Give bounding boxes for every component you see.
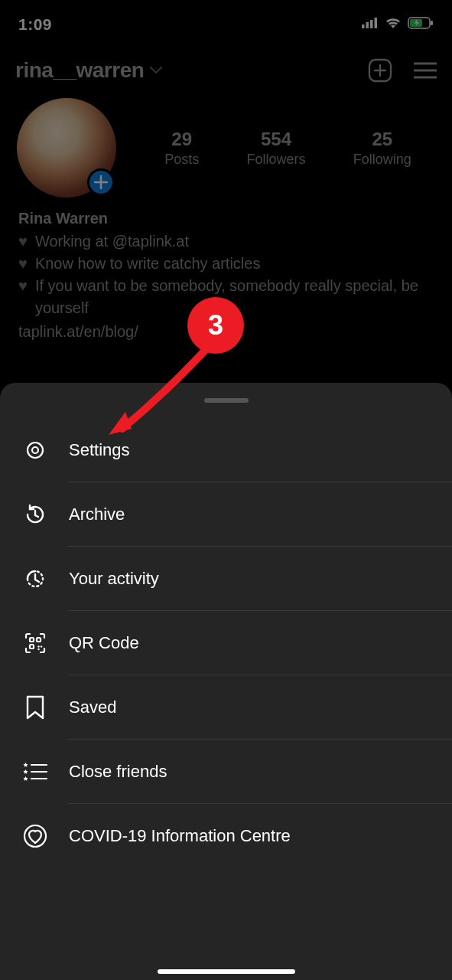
menu-item-activity[interactable]: Your activity bbox=[0, 547, 452, 611]
svg-rect-1 bbox=[366, 22, 369, 28]
followers-count: 554 bbox=[246, 129, 305, 150]
battery-icon bbox=[408, 17, 434, 32]
svg-rect-19 bbox=[30, 645, 34, 648]
username: rina__warren bbox=[15, 58, 144, 83]
stat-following[interactable]: 25 Following bbox=[353, 129, 411, 168]
cellular-icon bbox=[362, 18, 379, 31]
bio-line-2: ♥Know how to write catchy articles bbox=[18, 253, 434, 275]
svg-rect-17 bbox=[30, 638, 34, 642]
menu-bottom-sheet: Settings Archive Your activity QR Code S bbox=[0, 383, 452, 980]
covid-icon bbox=[21, 822, 49, 850]
menu-label: Archive bbox=[69, 505, 125, 524]
status-bar: 1:09 bbox=[0, 0, 452, 43]
menu-list: Settings Archive Your activity QR Code S bbox=[0, 418, 452, 868]
followers-label: Followers bbox=[246, 152, 305, 168]
archive-icon bbox=[21, 501, 49, 528]
following-count: 25 bbox=[353, 129, 411, 150]
svg-rect-3 bbox=[375, 18, 378, 28]
home-indicator[interactable] bbox=[158, 969, 295, 974]
avatar[interactable] bbox=[17, 98, 116, 198]
heart-icon: ♥ bbox=[18, 253, 28, 275]
saved-icon bbox=[21, 694, 49, 721]
activity-icon bbox=[21, 565, 49, 593]
add-story-button[interactable] bbox=[87, 168, 115, 196]
menu-label: Close friends bbox=[69, 762, 167, 782]
svg-point-21 bbox=[37, 648, 39, 650]
menu-label: Saved bbox=[69, 697, 116, 717]
qr-icon bbox=[21, 629, 49, 657]
heart-icon: ♥ bbox=[18, 275, 28, 319]
posts-label: Posts bbox=[164, 152, 199, 168]
posts-count: 29 bbox=[164, 129, 199, 150]
wifi-icon bbox=[385, 17, 402, 32]
status-icons bbox=[362, 17, 434, 32]
menu-label: COVID-19 Information Centre bbox=[69, 826, 291, 846]
menu-item-saved[interactable]: Saved bbox=[0, 675, 452, 740]
svg-rect-5 bbox=[431, 21, 433, 25]
menu-item-close-friends[interactable]: Close friends bbox=[0, 740, 452, 804]
status-time: 1:09 bbox=[18, 15, 52, 34]
menu-item-settings[interactable]: Settings bbox=[0, 418, 452, 482]
settings-icon bbox=[21, 436, 49, 464]
menu-item-archive[interactable]: Archive bbox=[0, 482, 452, 547]
svg-point-20 bbox=[37, 645, 39, 647]
hamburger-menu-button[interactable] bbox=[414, 62, 437, 79]
stats: 29 Posts 554 Followers 25 Following bbox=[141, 129, 435, 168]
menu-item-covid[interactable]: COVID-19 Information Centre bbox=[0, 804, 452, 868]
annotation-arrow bbox=[99, 337, 222, 447]
svg-point-22 bbox=[41, 645, 42, 647]
svg-point-16 bbox=[32, 447, 38, 453]
profile-info: 29 Posts 554 Followers 25 Following bbox=[0, 89, 452, 204]
svg-rect-18 bbox=[37, 638, 41, 642]
username-switcher[interactable]: rina__warren bbox=[15, 58, 356, 83]
stat-posts[interactable]: 29 Posts bbox=[164, 129, 199, 168]
menu-item-qr[interactable]: QR Code bbox=[0, 611, 452, 675]
bio-line-1: ♥Working at @taplink.at bbox=[18, 230, 434, 253]
close-friends-icon bbox=[21, 758, 49, 786]
svg-rect-2 bbox=[370, 20, 373, 28]
display-name: Rina Warren bbox=[18, 210, 434, 227]
profile-header: rina__warren bbox=[0, 43, 452, 89]
heart-icon: ♥ bbox=[18, 230, 28, 253]
create-button[interactable] bbox=[368, 58, 392, 83]
svg-rect-0 bbox=[362, 24, 365, 28]
chevron-down-icon bbox=[150, 64, 162, 77]
menu-label: QR Code bbox=[69, 633, 139, 653]
annotation-step-badge: 3 bbox=[187, 297, 244, 354]
following-label: Following bbox=[353, 152, 411, 168]
menu-label: Your activity bbox=[69, 569, 159, 589]
stat-followers[interactable]: 554 Followers bbox=[246, 129, 305, 168]
